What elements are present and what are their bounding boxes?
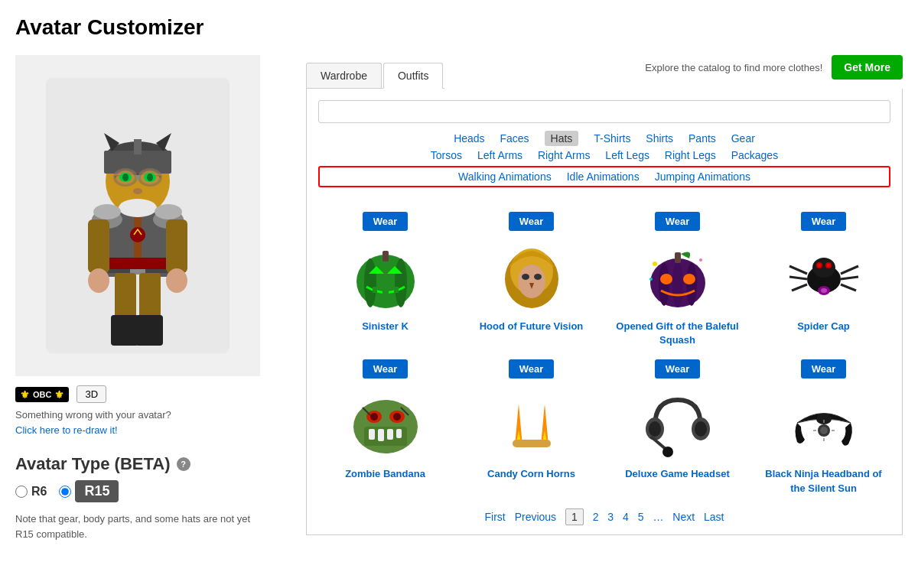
svg-rect-8: [107, 258, 168, 269]
item-name-hood-future-vision[interactable]: Hood of Future Vision: [464, 320, 598, 333]
svg-point-40: [395, 258, 407, 307]
wear-sinister-k[interactable]: Wear: [363, 212, 409, 231]
cat-hats[interactable]: Hats: [545, 131, 579, 146]
cat-pants[interactable]: Pants: [688, 132, 716, 145]
help-icon[interactable]: ?: [177, 457, 190, 471]
avatar-note: Note that gear, body parts, and some hat…: [15, 512, 260, 541]
tab-wardrobe[interactable]: Wardrobe: [306, 63, 382, 88]
redraw-link[interactable]: Click here to re-draw it!: [15, 424, 118, 436]
items-grid: Wear: [318, 212, 890, 495]
svg-line-72: [841, 277, 858, 279]
item-image-candy-corn-horns: [493, 385, 570, 461]
cat-gear[interactable]: Gear: [731, 132, 755, 145]
item-baleful-squash: Wear: [610, 212, 744, 347]
category-nav-row2: Torsos Left Arms Right Arms Left Legs Ri…: [318, 149, 890, 161]
r6-radio[interactable]: [15, 486, 28, 498]
pagination-page-2[interactable]: 2: [593, 511, 599, 523]
svg-point-10: [88, 268, 109, 293]
svg-rect-44: [373, 287, 377, 293]
svg-line-69: [789, 277, 807, 279]
cat-tshirts[interactable]: T-Shirts: [594, 132, 630, 145]
item-name-baleful-squash[interactable]: Opened Gift of the Baleful Squash: [610, 320, 744, 347]
avatar-type-title: Avatar Type (BETA) ?: [15, 454, 291, 474]
pagination-first[interactable]: First: [485, 511, 506, 523]
item-spider-cap: Wear: [757, 212, 890, 347]
cat-heads[interactable]: Heads: [454, 132, 484, 145]
r15-radio-label[interactable]: R15: [59, 480, 119, 502]
svg-rect-11: [166, 219, 187, 273]
svg-line-70: [792, 284, 807, 291]
svg-point-66: [818, 264, 821, 267]
item-name-deluxe-headset[interactable]: Deluxe Game Headset: [610, 467, 744, 481]
left-panel: ⚜ OBC ⚜ 3D Something wrong with your ava…: [15, 55, 291, 541]
svg-point-32: [147, 174, 153, 181]
pagination-previous[interactable]: Previous: [515, 511, 556, 523]
wear-hood-future-vision[interactable]: Wear: [509, 212, 555, 231]
svg-point-61: [649, 278, 653, 281]
pagination-page-4[interactable]: 4: [623, 511, 629, 523]
svg-point-104: [820, 427, 828, 434]
cat-right-legs[interactable]: Right Legs: [665, 149, 716, 161]
cat-shirts[interactable]: Shirts: [646, 132, 673, 145]
svg-point-37: [155, 204, 182, 219]
tab-outfits[interactable]: Outfits: [383, 63, 443, 89]
item-ninja-headband: Wear: [757, 359, 890, 495]
svg-point-12: [166, 268, 187, 293]
svg-point-31: [122, 174, 129, 181]
item-image-zombie-bandana: [347, 385, 424, 461]
item-image-deluxe-headset: [640, 385, 716, 461]
pagination-current[interactable]: 1: [565, 508, 584, 525]
search-input[interactable]: [318, 100, 890, 123]
cat-right-arms[interactable]: Right Arms: [538, 149, 590, 161]
cat-left-legs[interactable]: Left Legs: [605, 149, 649, 161]
svg-rect-56: [675, 252, 681, 263]
pagination-page-3[interactable]: 3: [607, 511, 614, 523]
r15-badge: R15: [75, 480, 119, 502]
svg-line-71: [841, 266, 858, 274]
item-name-spider-cap[interactable]: Spider Cap: [757, 320, 890, 333]
anim-walking[interactable]: Walking Animations: [458, 171, 552, 183]
wear-spider-cap[interactable]: Wear: [801, 212, 847, 231]
item-image-sinister-k: [347, 237, 424, 313]
item-name-zombie-bandana[interactable]: Zombie Bandana: [318, 467, 452, 481]
wear-deluxe-headset[interactable]: Wear: [655, 359, 701, 378]
btn-3d[interactable]: 3D: [76, 385, 106, 403]
svg-rect-9: [88, 219, 109, 273]
cat-faces[interactable]: Faces: [500, 132, 529, 145]
search-bar: [318, 100, 890, 123]
pagination-last[interactable]: Last: [704, 511, 724, 523]
page-title: Avatar Customizer: [15, 15, 903, 40]
svg-point-57: [660, 274, 672, 284]
item-name-ninja-headband[interactable]: Black Ninja Headband of the Silent Sun: [757, 467, 890, 495]
cat-torsos[interactable]: Torsos: [431, 149, 462, 161]
item-name-candy-corn-horns[interactable]: Candy Corn Horns: [464, 467, 598, 481]
wear-zombie-bandana[interactable]: Wear: [363, 359, 409, 378]
anim-jumping[interactable]: Jumping Animations: [655, 171, 750, 183]
r15-radio[interactable]: [59, 486, 71, 498]
wear-baleful-squash[interactable]: Wear: [655, 212, 701, 231]
svg-rect-46: [394, 287, 399, 293]
cat-packages[interactable]: Packages: [731, 149, 778, 161]
svg-point-58: [683, 274, 695, 284]
pagination-next[interactable]: Next: [672, 511, 695, 523]
item-deluxe-headset: Wear: [610, 359, 744, 495]
anim-idle[interactable]: Idle Animations: [567, 171, 640, 183]
btn-get-more[interactable]: Get More: [832, 55, 903, 80]
category-nav-row1: Heads Faces Hats T-Shirts Shirts Pants G…: [318, 132, 890, 145]
svg-rect-45: [382, 287, 389, 294]
pagination-ellipsis: …: [653, 511, 663, 523]
cat-left-arms[interactable]: Left Arms: [477, 149, 522, 161]
item-image-ninja-headband: [786, 385, 862, 461]
svg-point-54: [686, 263, 697, 306]
svg-rect-41: [382, 251, 389, 262]
svg-point-35: [119, 199, 157, 217]
r6-radio-label[interactable]: R6: [15, 485, 47, 499]
pagination-page-5[interactable]: 5: [638, 511, 644, 523]
svg-line-73: [841, 284, 856, 291]
wear-ninja-headband[interactable]: Wear: [801, 359, 847, 378]
svg-rect-94: [513, 440, 551, 447]
item-name-sinister-k[interactable]: Sinister K: [318, 320, 452, 333]
pagination: First Previous 1 2 3 4 5 … Next Last: [318, 511, 890, 523]
wear-candy-corn-horns[interactable]: Wear: [509, 359, 555, 378]
item-hood-future-vision: Wear: [464, 212, 598, 347]
